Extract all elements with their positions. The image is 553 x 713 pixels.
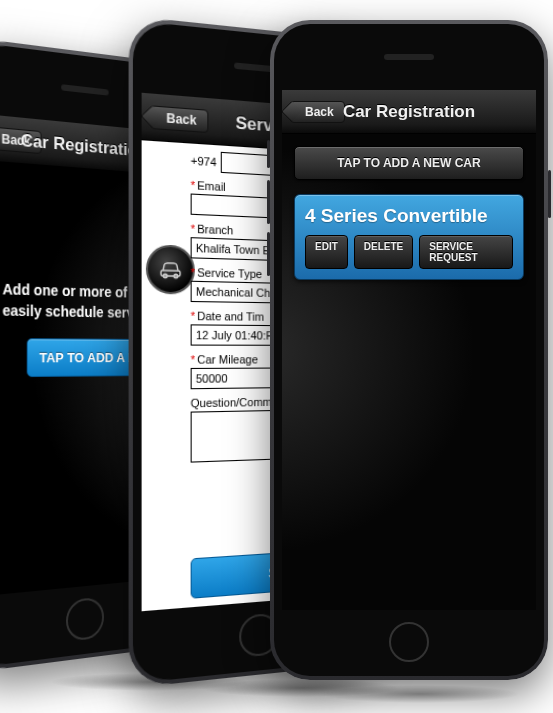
edit-button[interactable]: EDIT — [305, 235, 348, 269]
back-button[interactable]: Back — [290, 101, 345, 123]
back-button[interactable]: Back — [150, 105, 208, 133]
car-name: 4 Series Convertible — [305, 205, 513, 227]
branch-label: Branch — [197, 222, 233, 236]
back-label: Back — [1, 131, 30, 148]
three-phone-mockup: Back Car Registration Add one or more of… — [0, 0, 553, 713]
mileage-label: Car Mileage — [197, 353, 258, 366]
nav-bar: Back Car Registration — [282, 90, 536, 134]
date-time-label: Date and Tim — [197, 310, 264, 323]
back-label: Back — [166, 110, 196, 127]
question-label: Question/Comm — [191, 396, 272, 410]
email-label: Email — [197, 179, 225, 193]
tap-to-add-button[interactable]: TAP TO ADD A NEW CAR — [294, 146, 524, 180]
service-type-label: Service Type — [197, 266, 262, 280]
back-label: Back — [305, 105, 334, 119]
delete-button[interactable]: DELETE — [354, 235, 413, 269]
phone-right: Back Car Registration TAP TO ADD A NEW C… — [270, 20, 548, 680]
phone-prefix: +974 — [191, 154, 217, 168]
screen-car-registration-list: Back Car Registration TAP TO ADD A NEW C… — [282, 90, 536, 610]
car-card[interactable]: 4 Series Convertible EDIT DELETE SERVICE… — [294, 194, 524, 280]
car-actions: EDIT DELETE SERVICE REQUEST — [305, 235, 513, 269]
back-button[interactable]: Back — [0, 125, 41, 153]
service-request-button[interactable]: SERVICE REQUEST — [419, 235, 513, 269]
home-button[interactable] — [389, 622, 429, 662]
